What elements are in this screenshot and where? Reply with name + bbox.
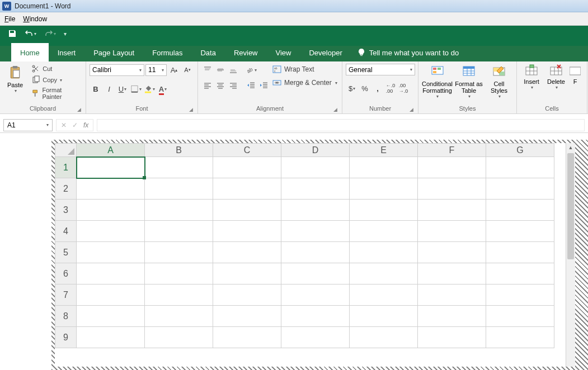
- embedded-spreadsheet[interactable]: A B C D E F G 1 2 3 4 5 6 7 8: [55, 143, 575, 367]
- name-box[interactable]: A1▾: [3, 119, 53, 131]
- tab-formulas[interactable]: Formulas: [143, 43, 191, 61]
- wrap-text-button[interactable]: abc Wrap Text: [272, 65, 337, 74]
- qat-customize[interactable]: ▾: [62, 30, 69, 38]
- number-format-combo[interactable]: General▾: [346, 64, 415, 75]
- tab-review[interactable]: Review: [225, 43, 267, 61]
- cell[interactable]: [145, 284, 213, 306]
- col-header-b[interactable]: B: [145, 144, 213, 157]
- cell[interactable]: [350, 242, 418, 263]
- cell[interactable]: [77, 178, 145, 200]
- align-center-button[interactable]: [214, 79, 227, 92]
- cell[interactable]: [145, 157, 213, 178]
- menu-window[interactable]: Window: [23, 15, 47, 23]
- cell[interactable]: [486, 221, 554, 242]
- cell[interactable]: [77, 221, 145, 242]
- cell[interactable]: [145, 263, 213, 284]
- cell[interactable]: [418, 178, 486, 200]
- cell[interactable]: [281, 157, 350, 178]
- cell[interactable]: [213, 157, 281, 178]
- cell[interactable]: [77, 306, 145, 327]
- cell[interactable]: [77, 327, 145, 348]
- orientation-button[interactable]: ab▾: [245, 64, 257, 76]
- col-header-e[interactable]: E: [350, 144, 418, 157]
- cell[interactable]: [486, 242, 554, 263]
- cell[interactable]: [486, 327, 554, 348]
- cell[interactable]: [213, 242, 281, 263]
- align-top-button[interactable]: [201, 64, 214, 76]
- underline-button[interactable]: U▾: [116, 83, 129, 95]
- cell[interactable]: [213, 221, 281, 242]
- cell[interactable]: [418, 327, 486, 348]
- cancel-formula-button[interactable]: ✕: [61, 121, 67, 129]
- redo-button[interactable]: ▾: [42, 28, 58, 39]
- cell[interactable]: [418, 242, 486, 263]
- col-header-a[interactable]: A: [77, 144, 145, 157]
- save-button[interactable]: [6, 28, 19, 39]
- cell[interactable]: [418, 306, 486, 327]
- row-header-2[interactable]: 2: [55, 178, 77, 200]
- alignment-launcher[interactable]: ◢: [333, 107, 337, 112]
- borders-button[interactable]: ▾: [130, 83, 142, 95]
- cell[interactable]: [145, 221, 213, 242]
- format-as-table-button[interactable]: Format as Table▾: [455, 64, 483, 99]
- increase-indent-button[interactable]: [258, 79, 270, 92]
- align-bottom-button[interactable]: [227, 64, 239, 76]
- cell[interactable]: [281, 284, 350, 306]
- cell[interactable]: [281, 327, 350, 348]
- undo-button[interactable]: ▾: [22, 28, 39, 39]
- cell[interactable]: [213, 200, 281, 221]
- align-right-button[interactable]: [227, 79, 239, 92]
- cell[interactable]: [213, 178, 281, 200]
- cell[interactable]: [281, 178, 350, 200]
- cell[interactable]: [486, 263, 554, 284]
- cell[interactable]: [350, 284, 418, 306]
- merge-center-button[interactable]: Merge & Center ▾: [272, 78, 337, 87]
- cell-a1[interactable]: [77, 157, 145, 178]
- cell[interactable]: [77, 284, 145, 306]
- decrease-font-button[interactable]: A▾: [181, 64, 194, 76]
- italic-button[interactable]: I: [103, 83, 115, 95]
- cell[interactable]: [418, 200, 486, 221]
- cell[interactable]: [77, 242, 145, 263]
- spreadsheet-grid[interactable]: A B C D E F G 1 2 3 4 5 6 7 8: [55, 143, 554, 348]
- clipboard-launcher[interactable]: ◢: [77, 107, 81, 112]
- cell[interactable]: [213, 263, 281, 284]
- tab-data[interactable]: Data: [191, 43, 224, 61]
- scrollbar-thumb[interactable]: [567, 153, 574, 259]
- number-launcher[interactable]: ◢: [410, 107, 413, 112]
- paste-button[interactable]: Paste ▾: [3, 64, 27, 93]
- cell[interactable]: [213, 284, 281, 306]
- cell[interactable]: [350, 263, 418, 284]
- font-color-button[interactable]: A▾: [157, 83, 169, 95]
- row-header-6[interactable]: 6: [55, 263, 77, 284]
- vertical-scrollbar[interactable]: ▲: [566, 143, 575, 367]
- cell[interactable]: [350, 157, 418, 178]
- cell[interactable]: [145, 200, 213, 221]
- cell[interactable]: [486, 178, 554, 200]
- tab-home[interactable]: Home: [11, 43, 49, 61]
- bold-button[interactable]: B: [90, 83, 102, 95]
- cell-styles-button[interactable]: Cell Styles▾: [485, 64, 513, 99]
- col-header-f[interactable]: F: [418, 144, 486, 157]
- row-header-5[interactable]: 5: [55, 242, 77, 263]
- delete-cells-button[interactable]: Delete▾: [545, 64, 567, 90]
- align-middle-button[interactable]: [214, 64, 227, 76]
- tab-insert[interactable]: Insert: [49, 43, 85, 61]
- fill-color-button[interactable]: ▾: [143, 83, 156, 95]
- cell[interactable]: [486, 284, 554, 306]
- row-header-4[interactable]: 4: [55, 221, 77, 242]
- cell[interactable]: [418, 157, 486, 178]
- comma-format-button[interactable]: ,: [371, 82, 384, 94]
- cell[interactable]: [145, 178, 213, 200]
- cell[interactable]: [281, 200, 350, 221]
- decrease-decimal-button[interactable]: .00→.0: [397, 82, 410, 94]
- menu-file[interactable]: File: [4, 15, 15, 23]
- insert-cells-button[interactable]: Insert▾: [520, 64, 543, 90]
- fx-icon[interactable]: fx: [83, 121, 88, 129]
- conditional-formatting-button[interactable]: Conditional Formatting▾: [422, 64, 453, 99]
- cut-button[interactable]: Cut: [30, 64, 82, 74]
- cell[interactable]: [418, 263, 486, 284]
- enter-formula-button[interactable]: ✓: [72, 121, 78, 129]
- cell[interactable]: [213, 327, 281, 348]
- accounting-format-button[interactable]: $▾: [346, 82, 358, 94]
